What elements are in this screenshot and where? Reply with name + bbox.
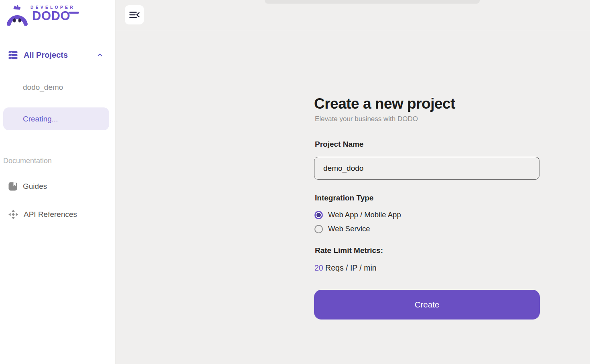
chevron-up-icon[interactable] bbox=[96, 51, 103, 59]
collapse-sidebar-button[interactable] bbox=[125, 5, 144, 24]
page-subtitle: Elevate your business with DODO bbox=[315, 115, 418, 123]
rate-limit-label: Rate Limit Metrics: bbox=[315, 246, 383, 255]
radio-option-web-app[interactable]: Web App / Mobile App bbox=[314, 210, 401, 220]
radio-option-label: Web Service bbox=[328, 224, 370, 233]
integration-type-label: Integration Type bbox=[315, 194, 373, 202]
radio-option-label: Web App / Mobile App bbox=[328, 210, 401, 219]
radio-unselected-icon[interactable] bbox=[314, 225, 323, 233]
sidebar-item-label: Guides bbox=[23, 182, 47, 191]
sidebar-item-label: API References bbox=[24, 210, 77, 219]
dodo-bird-icon bbox=[6, 4, 28, 26]
radio-option-web-service[interactable]: Web Service bbox=[314, 224, 370, 234]
logo-macron-accent bbox=[69, 12, 79, 14]
collapse-sidebar-icon bbox=[128, 10, 140, 20]
logo-brand: DODO bbox=[32, 9, 70, 23]
project-item-label: Creating... bbox=[23, 115, 58, 123]
sidebar-project-dodo-demo[interactable]: dodo_demo bbox=[3, 76, 109, 99]
page-title: Create a new project bbox=[314, 95, 455, 112]
create-button[interactable]: Create bbox=[314, 290, 540, 320]
top-scroll-pill bbox=[265, 0, 480, 4]
project-item-label: dodo_demo bbox=[23, 83, 63, 92]
topbar-divider bbox=[116, 31, 590, 31]
sidebar-item-api-references[interactable]: API References bbox=[8, 208, 106, 220]
move-arrows-icon bbox=[8, 209, 18, 220]
rate-limit-unit: Reqs / IP / min bbox=[325, 263, 377, 272]
sidebar-item-all-projects[interactable]: All Projects bbox=[8, 48, 106, 62]
project-name-label: Project Name bbox=[315, 140, 363, 149]
sidebar-item-label: All Projects bbox=[24, 51, 68, 60]
project-name-input[interactable] bbox=[314, 157, 539, 180]
radio-selected-icon[interactable] bbox=[314, 211, 323, 219]
sidebar-item-guides[interactable]: Guides bbox=[8, 180, 106, 192]
rate-limit-number: 20 bbox=[314, 263, 325, 272]
logo[interactable]: DEVELOPER DODO bbox=[6, 2, 103, 26]
documentation-section-label: Documentation bbox=[3, 157, 52, 165]
bookmark-book-icon bbox=[8, 182, 18, 191]
sidebar-project-creating[interactable]: Creating... bbox=[3, 107, 109, 130]
sidebar: DEVELOPER DODO All Projects dodo_demo Cr… bbox=[0, 0, 116, 364]
rate-limit-value-line: 20 Reqs / IP / min bbox=[314, 263, 377, 273]
server-stack-icon bbox=[8, 50, 18, 60]
sidebar-divider bbox=[3, 147, 109, 147]
